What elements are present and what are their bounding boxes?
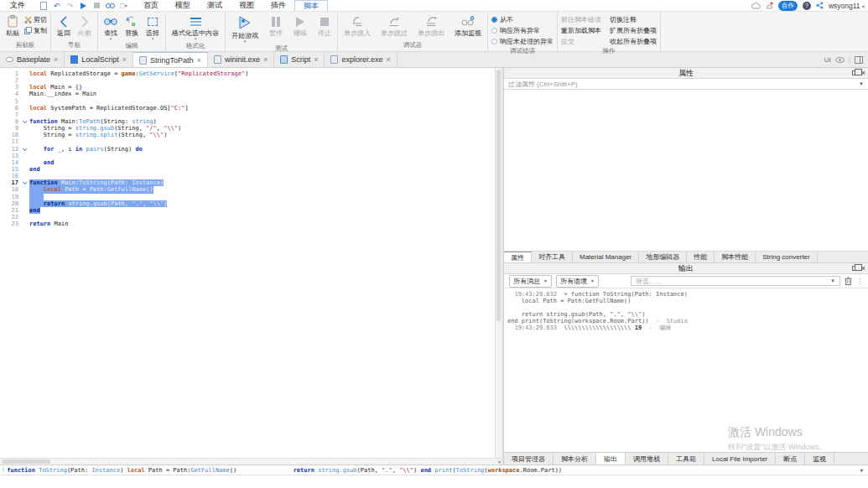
code-line[interactable]: 21end [0,207,495,214]
code-line[interactable]: 23return Main [0,221,495,227]
bottom-tab-断点[interactable]: 断点 [776,453,805,465]
customize-icon[interactable]: □▾ [119,1,128,10]
action-item[interactable]: 前往脚本错误 [561,15,601,24]
play-game-button[interactable]: 开始游戏 ▾ [229,13,261,44]
ui-toggle-label[interactable]: UI [824,56,831,64]
debug-error-option[interactable]: 响应未处理的异常 [491,37,554,46]
panel-layout-icon[interactable] [855,56,863,64]
float-panel-icon[interactable] [852,70,858,75]
close-tab-icon[interactable]: × [197,56,201,65]
code-line[interactable]: 5 [0,98,495,105]
add-watch-button[interactable]: 添加监视 [452,13,484,39]
fold-chevron-icon[interactable] [22,119,27,124]
menu-tab-首页[interactable]: 首页 [135,0,167,11]
document-tab-StringToPath[interactable]: StringToPath× [133,52,208,67]
close-tab-icon[interactable]: × [122,55,127,64]
code-line[interactable]: 16 [0,173,495,179]
new-file-icon[interactable] [39,1,48,10]
panel-tab-属性[interactable]: 属性 [504,252,532,262]
output-search-dropdown-icon[interactable]: ▼ [828,278,838,283]
code-line[interactable]: 2 [0,77,495,84]
play-icon[interactable] [79,1,88,10]
code-line[interactable]: 9 String = string.gsub(String, "/", "\\"… [0,125,495,132]
output-search-combo[interactable]: 筛选...... ▼ [631,276,840,286]
document-tab-LocalScript[interactable]: LocalScript× [65,52,133,67]
publish-cloud-icon[interactable] [751,3,761,9]
close-tab-icon[interactable]: × [314,55,318,64]
menu-tab-测试[interactable]: 测试 [199,0,231,11]
pause-button[interactable]: 暂停 [267,13,285,39]
close-tab-icon[interactable]: × [263,55,268,64]
panel-tab-脚本性能[interactable]: 脚本性能 [715,252,756,262]
close-tab-icon[interactable]: × [54,55,58,64]
editor-vertical-scrollbar[interactable] [495,68,502,458]
step-into-button[interactable]: 单步跳入 [341,13,373,39]
code-line[interactable]: 12 for _, i in pairs(String) do [0,146,495,153]
find-icon[interactable] [106,1,115,10]
action-item[interactable]: 重新加载脚本 [561,26,601,35]
command-history-dropdown-icon[interactable]: ▼ [857,467,865,473]
paste-button[interactable]: 粘贴 [3,13,22,39]
menu-tab-模型[interactable]: 模型 [167,0,199,11]
username-menu[interactable]: wsyong11 ▾ [829,2,865,10]
cut-button[interactable]: 剪切 [24,15,47,24]
code-line[interactable]: 20 return string.gsub(Path, ".", "\\") [0,200,495,207]
code-line[interactable]: 13 [0,153,495,159]
debug-error-option[interactable]: 从不 [491,15,554,24]
menu-tab-脚本[interactable]: 脚本 [294,0,328,11]
menu-tab-视图[interactable]: 视图 [231,0,262,11]
code-line[interactable]: 10 String = string.split(String, "\\") [0,132,495,138]
code-line[interactable]: 15end [0,166,495,173]
menu-tab-插件[interactable]: 插件 [262,0,294,11]
document-tab-Script[interactable]: Script× [274,52,325,67]
share-icon[interactable] [816,2,824,9]
undo-icon[interactable]: ↶ [52,1,61,10]
code-line[interactable]: 22 [0,214,495,221]
fold-column[interactable] [18,118,29,125]
file-menu[interactable]: 文件 [3,0,32,11]
panel-tab-对齐工具[interactable]: 对齐工具 [532,252,573,262]
code-line[interactable]: 7 [0,112,495,118]
step-out-button[interactable]: 单步跳出 [415,13,447,39]
document-tab-wininit.exe[interactable]: wininit.exe× [208,52,274,67]
bottom-tab-监视[interactable]: 监视 [805,453,834,465]
code-line[interactable]: 6local SystemPath = ReplicatedStorage.OS… [0,105,495,112]
clear-output-trash-icon[interactable] [845,277,852,285]
back-button[interactable]: 返回 [55,13,73,39]
bottom-tab-输出[interactable]: 输出 [596,453,626,465]
panel-tab-性能[interactable]: 性能 [687,252,715,262]
action-item[interactable]: 收起所有折叠项 [610,37,657,46]
code-area[interactable]: 1local ReplicatedStorage = game:GetServi… [0,68,495,458]
find-button[interactable]: 查找 ▾ [101,13,120,41]
action-item[interactable]: 扩展所有折叠项 [610,26,657,35]
context-filter-dropdown[interactable]: 所有语境▼ [556,275,599,288]
fold-column[interactable] [18,179,29,186]
command-bar[interactable]: ⁞ function ToString(Path: Instance) loca… [0,465,868,475]
code-line[interactable]: 3local Main = {} [0,84,495,91]
code-line[interactable]: 4Main.__index = Main [0,91,495,97]
eye-icon[interactable] [835,57,845,63]
panel-tab-String converter[interactable]: String converter [756,252,817,262]
step-over-button[interactable]: 单步跳过 [378,13,410,39]
debug-error-option[interactable]: 响应所有异常 [491,26,554,35]
code-line[interactable]: 11 [0,138,495,145]
resume-button[interactable]: 继续 [291,13,309,39]
bottom-tab-调用堆栈[interactable]: 调用堆栈 [626,453,668,465]
copy-button[interactable]: 复制 [24,26,47,35]
notifications-bell-icon[interactable] [766,2,773,10]
document-tab-Baseplate[interactable]: Baseplate× [0,52,65,67]
code-line[interactable]: 19 [0,194,495,200]
bottom-tab-脚本分析[interactable]: 脚本分析 [554,453,596,465]
code-line[interactable]: 18 local Path = Path:GetFullName() [0,186,495,193]
format-selection-button[interactable]: 格式化选中内容 ▾ [169,13,221,41]
redo-icon[interactable]: ↷ [65,1,75,10]
document-tab-explorer.exe[interactable]: explorer.exe× [325,52,397,67]
fold-chevron-icon[interactable] [22,146,27,151]
float-output-icon[interactable] [852,266,858,271]
bottom-tab-工具箱[interactable]: 工具箱 [668,453,704,465]
replace-button[interactable]: AB 替换 [122,13,141,39]
properties-filter-input[interactable]: 过滤属性 (Ctrl+Shift+P) [506,80,856,89]
collaborate-button[interactable]: 合作 [778,1,798,11]
help-icon[interactable]: ? [803,2,811,10]
close-tab-icon[interactable]: × [387,55,391,64]
